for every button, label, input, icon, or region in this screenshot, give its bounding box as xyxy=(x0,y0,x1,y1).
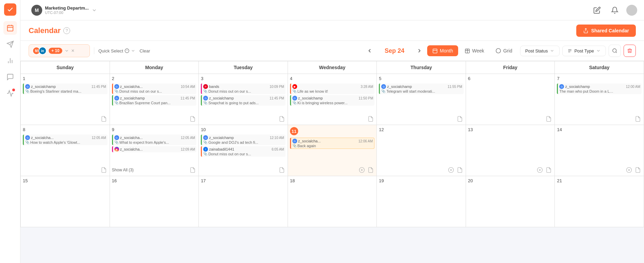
notifications-icon[interactable] xyxy=(609,4,621,16)
event-item[interactable]: Gz_socialcha... 10:54 AM 📎 Donut miss ou… xyxy=(112,83,197,94)
add-circle-icon[interactable] xyxy=(625,166,633,174)
day-number: 10 xyxy=(201,127,286,132)
add-post-icon[interactable] xyxy=(545,115,552,123)
add-circle-icon[interactable] xyxy=(358,166,366,174)
cell-footer-6 xyxy=(468,114,553,123)
account-filter[interactable]: M in + 10 ✕ xyxy=(29,44,90,57)
add-post-icon[interactable] xyxy=(100,166,108,174)
cal-cell-3: 3 Pbands 10:09 PM 📎 Donut miss out on ou… xyxy=(199,74,288,125)
help-icon[interactable]: ? xyxy=(63,27,70,34)
add-post-icon[interactable] xyxy=(545,166,552,174)
add-post-icon[interactable] xyxy=(367,166,374,174)
add-circle-icon[interactable] xyxy=(447,166,455,174)
add-post-icon[interactable] xyxy=(367,115,374,123)
cell-footer-7 xyxy=(557,114,642,123)
social-icon: G xyxy=(381,84,386,89)
cal-cell-17: 17 xyxy=(199,176,288,227)
prev-month-button[interactable] xyxy=(365,46,375,56)
event-item[interactable]: Gz_socialcha... 12:05 AM 📎 What to expec… xyxy=(112,135,197,145)
show-all-button[interactable]: Show All (3) xyxy=(112,168,134,172)
add-post-icon[interactable] xyxy=(634,166,642,174)
sidebar-item-analytics[interactable] xyxy=(3,54,17,67)
cal-cell-16: 16 xyxy=(110,176,199,227)
cal-cell-9: 9 Gz_socialcha... 12:05 AM 📎 What to exp… xyxy=(110,125,199,176)
event-item[interactable]: Gz_socialchamp 12:00 AM The man who put … xyxy=(557,83,642,94)
sidebar-item-chat[interactable] xyxy=(3,70,17,84)
event-item[interactable]: Gz_socialchamp 11:45 PM 📎 Boeing's Starl… xyxy=(23,83,108,94)
svg-rect-0 xyxy=(7,26,13,31)
sidebar-item-pulse[interactable] xyxy=(3,87,17,100)
current-month: Sep 24 xyxy=(377,47,412,55)
filter-clear-icon[interactable]: ✕ xyxy=(71,48,75,53)
sidebar-item-calendar[interactable] xyxy=(3,21,17,35)
user-avatar[interactable] xyxy=(626,5,637,16)
cell-footer-9: Show All (3) xyxy=(112,165,197,174)
page-header: Calendar ? Shared Calendar xyxy=(20,20,644,41)
add-post-icon[interactable] xyxy=(100,115,108,123)
social-icon-google: G xyxy=(25,84,30,89)
event-item[interactable]: Gz_socialcha... 12:06 AM 📎 Back again xyxy=(290,138,375,149)
add-post-icon[interactable] xyxy=(189,115,196,123)
day-number: 21 xyxy=(557,178,642,183)
compose-icon[interactable] xyxy=(591,4,603,16)
event-item[interactable]: Gz_socialchamp 11:45 PM 📎 Brazilian Supr… xyxy=(112,95,197,106)
day-number: 12 xyxy=(379,127,464,132)
clear-button[interactable]: Clear xyxy=(140,48,150,53)
workspace-name: Marketing Departm... xyxy=(45,5,89,11)
social-icon-instagram: ● xyxy=(114,147,119,152)
event-item[interactable]: ▶ 3:28 AM 📎 Life as we know it! xyxy=(290,83,375,94)
add-post-icon[interactable] xyxy=(189,166,196,174)
cal-cell-15: 15 xyxy=(21,176,110,227)
social-icon: G xyxy=(114,84,119,89)
cal-cell-1: 1 Gz_socialchamp 11:45 PM 📎 Boeing's Sta… xyxy=(21,74,110,125)
event-item[interactable]: Gz_socialcha... 12:05 AM 📎 How to watch … xyxy=(23,135,108,145)
divider-1 xyxy=(94,47,94,54)
event-item[interactable]: Gz_socialchamp 12:10 AM 📎 Google and DOJ… xyxy=(201,135,286,145)
shared-calendar-button[interactable]: Shared Calendar xyxy=(576,25,636,37)
post-type-filter[interactable]: Post Type xyxy=(562,46,606,56)
cal-cell-10: 10 Gz_socialchamp 12:10 AM 📎 Google and … xyxy=(199,125,288,176)
add-post-icon[interactable] xyxy=(456,166,464,174)
event-item[interactable]: Pbands 10:09 PM 📎 Donut miss out on our … xyxy=(201,83,286,94)
trash-button[interactable] xyxy=(624,45,636,57)
add-post-icon[interactable] xyxy=(278,115,286,123)
toolbar: M in + 10 ✕ Quick Select Clear Sep 24 xyxy=(20,41,644,61)
view-tabs: Month Week Grid xyxy=(427,45,517,56)
cal-cell-20: 20 xyxy=(466,176,555,227)
filter-chevron-icon xyxy=(64,48,69,53)
add-post-icon[interactable] xyxy=(278,166,286,174)
cell-footer-4 xyxy=(290,114,375,123)
tab-week[interactable]: Week xyxy=(460,45,489,56)
social-icon: G xyxy=(25,135,30,140)
main-content: M Marketing Departm... UTC-07:00 xyxy=(20,0,644,263)
event-item[interactable]: Gz_socialchamp 11:45 PM 📎 Snapchat is go… xyxy=(201,95,286,106)
event-item[interactable]: Gz_socialchamp 11:50 PM 📎 Ki is bringing… xyxy=(290,95,375,106)
add-post-icon[interactable] xyxy=(634,115,642,123)
day-header-saturday: Saturday xyxy=(555,61,644,74)
event-item[interactable]: Gz_socialchamp 11:55 PM 📎 Telegram will … xyxy=(379,83,464,94)
tab-month[interactable]: Month xyxy=(427,45,458,56)
toolbar-right: Sep 24 Month Week Grid xyxy=(365,45,636,57)
workspace-selector[interactable]: M Marketing Departm... UTC-07:00 xyxy=(27,3,101,18)
cell-footer-11 xyxy=(290,165,375,174)
add-circle-icon[interactable] xyxy=(536,166,544,174)
social-icon-youtube: ▶ xyxy=(292,84,297,89)
tab-grid[interactable]: Grid xyxy=(490,45,517,56)
day-number: 8 xyxy=(23,127,108,132)
quick-select-btn[interactable]: Quick Select xyxy=(98,48,135,53)
day-header-wednesday: Wednesday xyxy=(288,61,377,74)
social-icon-pinterest: P xyxy=(203,84,208,89)
event-item[interactable]: fzainabadil1441 6:05 AM 📎 Donut miss out… xyxy=(201,146,286,157)
next-month-button[interactable] xyxy=(414,46,424,56)
account-avatars: M in xyxy=(32,47,47,55)
sidebar-item-send[interactable] xyxy=(3,37,17,51)
post-status-filter[interactable]: Post Status xyxy=(520,46,560,56)
event-item[interactable]: ●z_socialcha... 12:09 AM xyxy=(112,146,197,152)
social-icon: G xyxy=(292,96,297,100)
cal-cell-14: 14 xyxy=(555,125,644,176)
search-button[interactable] xyxy=(609,45,621,57)
add-post-icon[interactable] xyxy=(456,115,464,123)
cell-footer-8 xyxy=(23,165,108,174)
cal-cell-13: 13 xyxy=(466,125,555,176)
app-logo[interactable] xyxy=(4,3,16,16)
